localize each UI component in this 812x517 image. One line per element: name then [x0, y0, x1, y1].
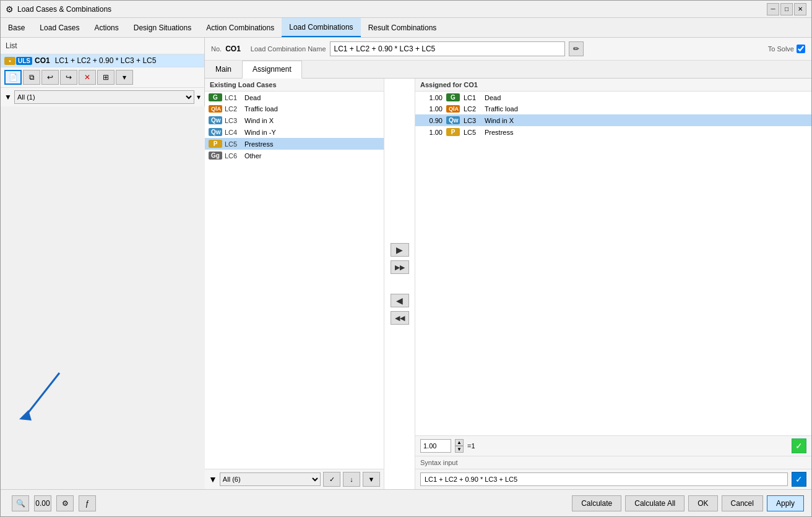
load-row[interactable]: QlA LC2 Traffic load — [205, 103, 384, 114]
calculate-all-button[interactable]: Calculate All — [625, 495, 685, 511]
factor-lc1: 1.00 — [420, 94, 443, 101]
arrow-column: ▶ ▶▶ ◀ ◀◀ — [384, 79, 415, 489]
footer-btn-2[interactable]: ↓ — [343, 472, 360, 487]
tab-main[interactable]: Main — [205, 61, 242, 78]
menu-action-combinations[interactable]: Action Combinations — [199, 18, 282, 37]
load-row[interactable]: Qw LC3 Wind in X — [205, 114, 384, 126]
undo-icon: ↩ — [47, 73, 53, 82]
load-row[interactable]: Qw LC4 Wind in -Y — [205, 126, 384, 138]
syntax-confirm-button[interactable]: ✓ — [792, 472, 806, 487]
add-all-button[interactable]: ▶▶ — [391, 260, 409, 274]
left-panel: List ▪ ULS CO1 LC1 + LC2 + 0.90 * LC3 + … — [1, 38, 205, 106]
menu-actions[interactable]: Actions — [87, 18, 126, 37]
close-button[interactable]: ✕ — [794, 3, 806, 15]
syntax-label: Syntax input — [420, 459, 458, 466]
assigned-row[interactable]: 0.90 Qw LC3 Wind in X — [415, 114, 811, 126]
filter-row: ▼ All (1) ▾ — [1, 87, 204, 106]
apply-button[interactable]: Apply — [767, 495, 804, 511]
existing-filter-select[interactable]: All (6) — [220, 472, 321, 486]
factor-up-button[interactable]: ▲ — [455, 439, 464, 446]
menu-load-combinations[interactable]: Load Combinations — [282, 18, 360, 37]
factor-lc2: 1.00 — [420, 105, 443, 113]
value-icon: 0.00 — [35, 499, 50, 508]
value-bottom-button[interactable]: 0.00 — [34, 495, 51, 511]
no-field: No. CO1 — [211, 45, 241, 53]
tab-assignment[interactable]: Assignment — [242, 61, 302, 79]
add-one-button[interactable]: ▶ — [391, 243, 409, 257]
syntax-input[interactable] — [420, 472, 788, 486]
badge-uls-yellow: ▪ — [4, 57, 15, 65]
gear-icon: ⚙ — [62, 499, 69, 508]
lc4-id: LC4 — [225, 129, 242, 136]
factor-down-button[interactable]: ▼ — [455, 446, 464, 453]
assigned-lc5-id: LC5 — [464, 129, 481, 136]
arrow-annotation — [13, 370, 69, 427]
load-row[interactable]: P LC5 Prestress — [205, 138, 384, 150]
remove-all-button[interactable]: ◀◀ — [391, 311, 409, 325]
ok-button[interactable]: OK — [688, 495, 717, 511]
bottom-bar: 🔍 0.00 ⚙ ƒ Calculate Calculate All OK Ca… — [1, 489, 811, 516]
green-check-button[interactable]: ✓ — [792, 438, 806, 453]
factor-input[interactable] — [420, 439, 451, 453]
copy-icon: ⧉ — [29, 73, 35, 82]
footer-btn-3[interactable]: ▼ — [363, 472, 380, 487]
search-bottom-button[interactable]: 🔍 — [12, 495, 29, 511]
function-icon: ƒ — [85, 499, 90, 508]
lc3-id: LC3 — [225, 117, 242, 124]
menu-base[interactable]: Base — [1, 18, 32, 37]
copy-button[interactable]: ⧉ — [23, 70, 40, 85]
panel-footer: ▼ All (6) ✓ ↓ ▼ — [205, 469, 384, 489]
no-label: No. — [211, 45, 222, 53]
filter-select[interactable]: All (1) — [14, 90, 194, 104]
delete-icon: ✕ — [84, 73, 90, 82]
remove-one-button[interactable]: ◀ — [391, 294, 409, 307]
assigned-row[interactable]: 1.00 G LC1 Dead — [415, 92, 811, 103]
assigned-title: Assigned for CO1 — [415, 79, 811, 92]
minimize-button[interactable]: ─ — [767, 3, 779, 15]
filter-dropdown-icon: ▾ — [197, 93, 201, 101]
badge-p-lc5: P — [209, 140, 222, 148]
panels-row: Existing Load Cases G LC1 Dead QlA LC2 T — [205, 79, 811, 489]
assigned-lc3-id: LC3 — [464, 117, 481, 124]
view-button[interactable]: ⊞ — [97, 70, 114, 85]
calculate-button[interactable]: Calculate — [572, 495, 621, 511]
undo-button[interactable]: ↩ — [41, 70, 59, 85]
edit-button[interactable]: ✏ — [569, 41, 584, 56]
new-button[interactable]: 📄 — [4, 70, 22, 85]
assigned-row[interactable]: 1.00 P LC5 Prestress — [415, 126, 811, 138]
settings-bottom-button[interactable]: ⚙ — [56, 495, 74, 511]
load-row[interactable]: Gg LC6 Other — [205, 150, 384, 161]
assigned-panel: Assigned for CO1 1.00 G LC1 Dead 1.00 Ql — [415, 79, 811, 489]
no-value: CO1 — [225, 45, 241, 53]
load-row[interactable]: G LC1 Dead — [205, 92, 384, 103]
menu-result-combinations[interactable]: Result Combinations — [361, 18, 444, 37]
more-button[interactable]: ▾ — [116, 70, 133, 85]
svg-marker-1 — [19, 410, 32, 421]
maximize-button[interactable]: □ — [780, 3, 793, 15]
window-title: Load Cases & Combinations — [17, 5, 763, 14]
name-input[interactable] — [330, 41, 565, 56]
to-solve-checkbox[interactable] — [797, 45, 805, 53]
list-item-id: CO1 — [35, 56, 50, 65]
syntax-value-row: ✓ — [415, 469, 811, 489]
existing-panel: Existing Load Cases G LC1 Dead QlA LC2 T — [205, 79, 384, 489]
redo-button[interactable]: ↪ — [60, 70, 77, 85]
assigned-row[interactable]: 1.00 QlA LC2 Traffic load — [415, 103, 811, 114]
menu-load-cases[interactable]: Load Cases — [32, 18, 87, 37]
name-field: Load Combination Name ✏ — [251, 41, 584, 56]
cancel-button[interactable]: Cancel — [722, 495, 763, 511]
to-solve-label: To Solve — [768, 45, 794, 53]
lc5-name: Prestress — [244, 140, 273, 148]
badge-qia-lc2: QlA — [209, 105, 222, 113]
function-bottom-button[interactable]: ƒ — [79, 495, 96, 511]
window-controls: ─ □ ✕ — [767, 3, 806, 15]
menu-design-situations[interactable]: Design Situations — [126, 18, 199, 37]
redo-icon: ↪ — [66, 73, 72, 82]
new-icon: 📄 — [9, 73, 18, 82]
list-item[interactable]: ▪ ULS CO1 LC1 + LC2 + 0.90 * LC3 + LC5 — [1, 54, 204, 67]
footer-btn-1[interactable]: ✓ — [323, 472, 340, 487]
bottom-icons: 🔍 0.00 ⚙ ƒ — [8, 495, 568, 511]
delete-button[interactable]: ✕ — [79, 70, 96, 85]
assigned-table: 1.00 G LC1 Dead 1.00 QlA LC2 Traffic loa… — [415, 92, 811, 435]
badge-uls-blue: ULS — [16, 57, 32, 65]
